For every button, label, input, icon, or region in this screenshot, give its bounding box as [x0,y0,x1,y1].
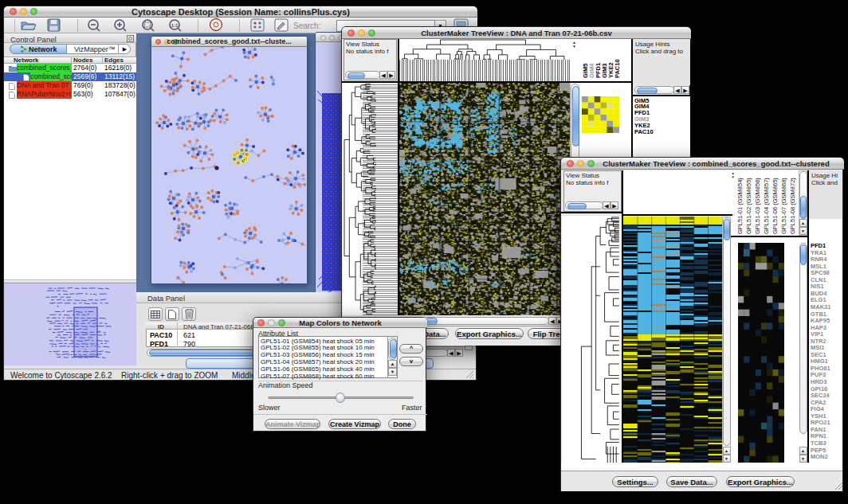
svg-text:1:1: 1:1 [171,23,179,28]
